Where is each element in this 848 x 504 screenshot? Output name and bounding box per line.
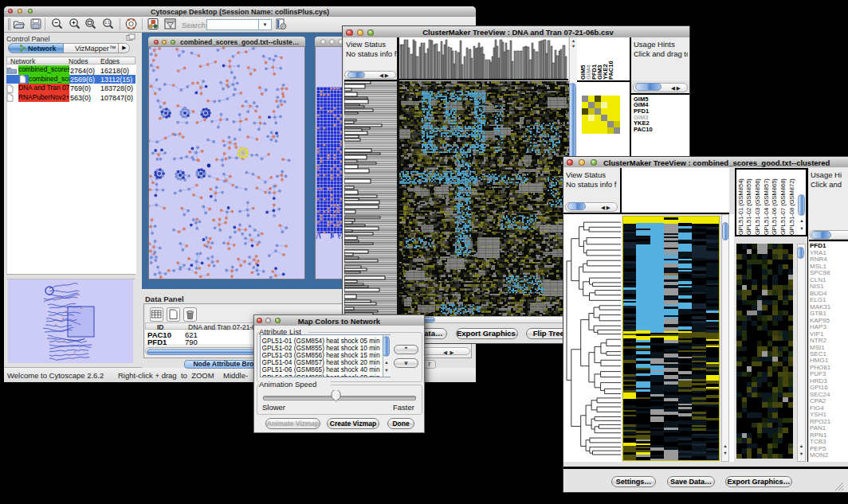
svg-text:1:1: 1:1 <box>104 21 110 25</box>
